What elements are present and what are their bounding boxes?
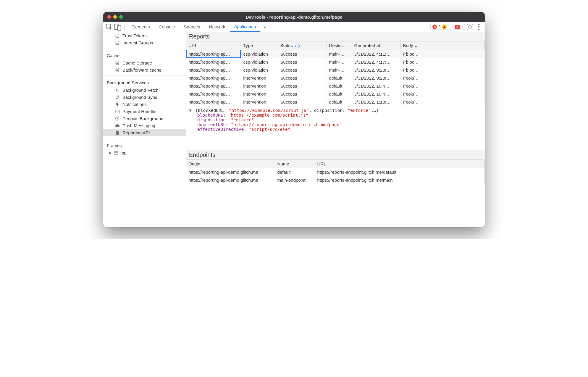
report-body-inspector: ▼ {blockedURL: "https://example.com/scri… xyxy=(186,106,485,150)
tab-elements[interactable]: Elements xyxy=(127,22,154,32)
error-warning-badge[interactable]: ✕ 3 ▲ 1 xyxy=(430,24,452,30)
report-row[interactable]: https://reporting-ap…interventionSuccess… xyxy=(186,90,485,98)
report-cell-dest: default xyxy=(327,74,352,82)
sidebar-item-interest-groups[interactable]: Interest Groups xyxy=(103,39,186,46)
sidebar-item-payment-handler[interactable]: Payment Handler xyxy=(103,108,186,115)
col-url[interactable]: URL xyxy=(186,41,241,50)
warning-icon: ▲ xyxy=(442,25,447,29)
property-key: disposition xyxy=(197,117,226,122)
sidebar-item-background-fetch[interactable]: Background Fetch xyxy=(103,86,186,94)
property-value: "enforce" xyxy=(231,117,254,122)
svg-point-9 xyxy=(116,68,119,69)
report-row[interactable]: https://reporting-ap…interventionSuccess… xyxy=(186,82,485,90)
sidebar-item-cache-storage[interactable]: Cache Storage xyxy=(103,59,186,66)
col-type[interactable]: Type xyxy=(241,41,278,50)
sidebar-item-label: Periodic Background xyxy=(122,116,163,121)
maximize-window-button[interactable] xyxy=(119,15,123,19)
report-cell-status: Success xyxy=(278,50,327,58)
sidebar-item-label: Payment Handler xyxy=(122,109,157,114)
warning-count: 1 xyxy=(448,25,450,29)
expand-caret-icon[interactable]: ▶ xyxy=(109,151,112,155)
report-cell-dest: main-… xyxy=(327,58,352,66)
report-row[interactable]: https://reporting-ap…interventionSuccess… xyxy=(186,74,485,82)
separator xyxy=(125,24,125,30)
report-cell-type: csp-violation xyxy=(241,66,278,74)
settings-icon[interactable] xyxy=(466,23,474,31)
object-property[interactable]: disposition: "enforce" xyxy=(189,117,482,122)
report-cell-status: Success xyxy=(278,98,327,106)
report-cell-status: Success xyxy=(278,82,327,90)
endpoint-cell-origin: https://reporting-api-demo.glitch.me xyxy=(186,176,275,184)
report-cell-body: {"bloc… xyxy=(400,50,485,58)
endpoints-col-url[interactable]: URL xyxy=(315,160,485,168)
inspect-element-icon[interactable] xyxy=(105,23,113,31)
report-cell-time: 3/31/2022, 4:17:… xyxy=(352,58,400,66)
tab-console[interactable]: Console xyxy=(155,22,179,32)
sidebar-item-reporting-api[interactable]: Reporting API xyxy=(103,129,186,136)
frame-icon xyxy=(113,150,119,155)
error-count: 3 xyxy=(438,25,440,29)
frame-top[interactable]: ▶ top xyxy=(103,149,186,156)
sidebar-group-background-services: Background Services xyxy=(103,77,186,86)
endpoints-col-origin[interactable]: Origin xyxy=(186,160,275,168)
property-value: "https://example.com/script.js" xyxy=(228,113,308,117)
sidebar-item-periodic-background[interactable]: Periodic Background xyxy=(103,115,186,122)
report-cell-dest: default xyxy=(327,82,352,90)
sidebar-item-back-forward-cache[interactable]: Back/forward cache xyxy=(103,66,186,73)
sidebar-item-label: Cache Storage xyxy=(122,60,152,65)
svg-point-7 xyxy=(116,41,119,42)
sidebar-item-label: Background Fetch xyxy=(122,88,159,93)
col-generated-at[interactable]: Generated at xyxy=(352,41,400,50)
report-row[interactable]: https://reporting-ap…csp-violationSucces… xyxy=(186,66,485,74)
col-status[interactable]: Status ? xyxy=(278,41,327,50)
minimize-window-button[interactable] xyxy=(113,15,117,19)
object-summary[interactable]: ▼ {blockedURL: "https://example.com/scri… xyxy=(189,108,482,113)
endpoint-row[interactable]: https://reporting-api-demo.glitch.memain… xyxy=(186,176,485,184)
titlebar: DevTools - reporting-api-demo.glitch.me/… xyxy=(103,12,485,22)
sidebar-item-label: Interest Groups xyxy=(122,40,153,45)
col-body[interactable]: Body ▲ xyxy=(400,41,485,50)
collapse-triangle-icon[interactable]: ▼ xyxy=(189,108,192,113)
report-row[interactable]: https://reporting-ap…csp-violationSucces… xyxy=(186,58,485,66)
kebab-menu-icon[interactable] xyxy=(475,23,483,31)
sidebar-item-background-sync[interactable]: Background Sync xyxy=(103,94,186,101)
report-row[interactable]: https://reporting-ap…csp-violationSucces… xyxy=(186,50,485,58)
endpoints-col-name[interactable]: Name xyxy=(275,160,315,168)
report-cell-body: {"colu… xyxy=(400,98,485,106)
svg-rect-13 xyxy=(114,151,118,154)
tab-application[interactable]: Application xyxy=(230,22,260,32)
more-tabs-icon[interactable]: » xyxy=(261,23,269,31)
window-title: DevTools - reporting-api-demo.glitch.me/… xyxy=(103,14,485,20)
report-cell-dest: default xyxy=(327,98,352,106)
window-controls xyxy=(107,15,123,19)
device-toolbar-icon[interactable] xyxy=(114,23,122,31)
endpoint-row[interactable]: https://reporting-api-demo.glitch.medefa… xyxy=(186,168,485,176)
svg-rect-1 xyxy=(118,25,121,30)
error-icon: ✕ xyxy=(432,25,437,29)
close-window-button[interactable] xyxy=(107,15,111,19)
reporting-api-content: Reports URL Type Status ? Destin… Genera… xyxy=(186,32,485,227)
object-property[interactable]: effectiveDirective: "script-src-elem" xyxy=(189,127,482,132)
issues-badge[interactable]: ✕ 1 xyxy=(453,24,465,30)
reports-table: URL Type Status ? Destin… Generated at B… xyxy=(186,41,485,106)
sidebar-item-trust-tokens[interactable]: Trust Tokens xyxy=(103,32,186,39)
object-property[interactable]: blockedURL: "https://example.com/script.… xyxy=(189,113,482,117)
tab-network[interactable]: Network xyxy=(205,22,230,32)
property-value: "script-src-elem" xyxy=(249,127,293,132)
svg-point-2 xyxy=(469,25,471,28)
endpoints-table: Origin Name URL https://reporting-api-de… xyxy=(186,160,485,184)
devtools-window: DevTools - reporting-api-demo.glitch.me/… xyxy=(103,12,485,227)
property-key: blockedURL xyxy=(197,113,223,117)
sidebar-item-notifications[interactable]: Notifications xyxy=(103,101,186,108)
report-row[interactable]: https://reporting-ap…interventionSuccess… xyxy=(186,98,485,106)
tab-sources[interactable]: Sources xyxy=(180,22,204,32)
object-property[interactable]: documentURL: "https://reporting-api-demo… xyxy=(189,122,482,127)
report-cell-type: intervention xyxy=(241,82,278,90)
property-key: documentURL xyxy=(197,122,226,127)
sidebar-item-label: Reporting API xyxy=(122,130,150,135)
sidebar-item-push-messaging[interactable]: Push Messaging xyxy=(103,122,186,129)
col-destination[interactable]: Destin… xyxy=(327,41,352,50)
endpoints-section-title: Endpoints xyxy=(186,150,485,160)
report-cell-time: 3/31/2022, 9:28:… xyxy=(352,66,400,74)
status-help-icon[interactable]: ? xyxy=(295,44,300,48)
